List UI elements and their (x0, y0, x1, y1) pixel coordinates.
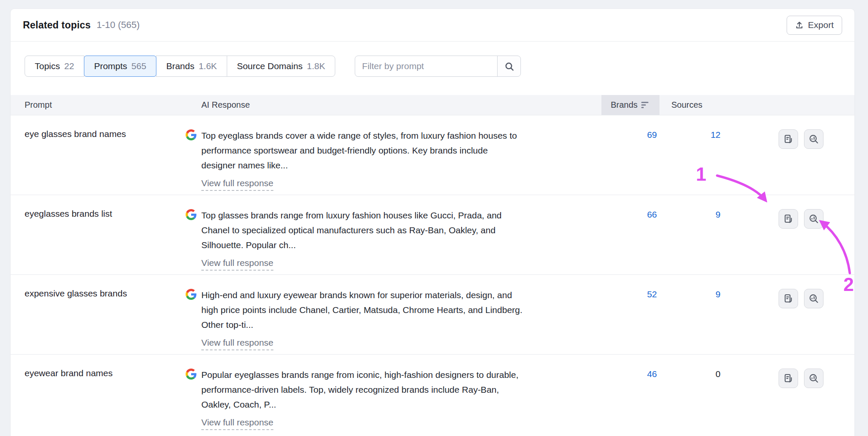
row-actions (727, 195, 854, 274)
brands-count-link[interactable]: 69 (647, 130, 657, 140)
tab-group: Topics 22 Prompts 565 Brands 1.6K Source… (25, 56, 335, 77)
table-row: expensive glasses brands High-end and lu… (11, 274, 854, 354)
tab-count: 1.6K (199, 61, 217, 71)
prompt-cell: expensive glasses brands (11, 275, 186, 354)
report-document-icon (783, 293, 793, 304)
ai-response-cell: Top eyeglass brands cover a wide range o… (186, 115, 601, 195)
response-line: designer names like... (201, 158, 517, 173)
column-label: Brands (611, 100, 637, 110)
view-report-button[interactable] (779, 129, 798, 149)
response-line: Chanel to specialized optical manufactur… (201, 223, 502, 238)
panel-header: Related topics 1-10 (565) Export (11, 9, 854, 42)
brands-count-link[interactable]: 46 (647, 369, 657, 379)
search-icon (505, 62, 514, 71)
response-line: Top glasses brands range from luxury fas… (201, 208, 502, 223)
filter-by-prompt-input[interactable] (355, 56, 498, 77)
view-report-button[interactable] (779, 369, 798, 388)
tab-count: 565 (131, 61, 146, 71)
view-full-response-link[interactable]: View full response (201, 417, 273, 430)
column-header-prompt: Prompt (11, 95, 186, 115)
tab-label: Brands (166, 61, 195, 71)
google-logo-icon (186, 209, 197, 220)
prompt-cell: eyewear brand names (11, 355, 186, 436)
magnifier-chart-icon (809, 293, 819, 304)
tab-brands[interactable]: Brands 1.6K (156, 56, 227, 77)
sources-count-link[interactable]: 12 (711, 130, 721, 140)
tab-source-domains[interactable]: Source Domains 1.8K (227, 56, 335, 77)
view-report-button[interactable] (779, 209, 798, 229)
view-full-response-link[interactable]: View full response (201, 178, 273, 191)
report-document-icon (783, 134, 793, 144)
column-header-sources[interactable]: Sources (659, 95, 727, 115)
sources-count: 0 (715, 369, 721, 379)
toolbar: Topics 22 Prompts 565 Brands 1.6K Source… (11, 56, 854, 77)
column-label: Sources (671, 100, 702, 110)
report-document-icon (783, 214, 793, 224)
column-header-ai-response: AI Response (186, 95, 601, 115)
response-line: Other top-ti... (201, 317, 523, 332)
tab-label: Source Domains (237, 61, 303, 71)
response-line: Popular eyeglasses brands range from ico… (201, 367, 518, 382)
response-line: Top eyeglass brands cover a wide range o… (201, 128, 517, 143)
page-title: Related topics (23, 20, 91, 31)
response-line: performance-driven labels. Top, widely r… (201, 382, 518, 397)
tab-label: Topics (35, 61, 60, 71)
response-line: performance sportswear and budget-friend… (201, 143, 517, 158)
ai-response-cell: Popular eyeglasses brands range from ico… (186, 355, 601, 436)
row-actions (727, 275, 854, 354)
tab-topics[interactable]: Topics 22 (25, 56, 84, 77)
sources-count-link[interactable]: 9 (715, 289, 721, 299)
magnifier-chart-icon (809, 214, 819, 224)
analyze-prompt-button[interactable] (804, 129, 823, 149)
table-row: eyeglasses brands list Top glasses brand… (11, 195, 854, 274)
filter-group (355, 56, 521, 77)
analyze-prompt-button[interactable] (804, 289, 823, 308)
analyze-prompt-button[interactable] (804, 209, 823, 229)
related-topics-panel: Related topics 1-10 (565) Export Topics … (10, 8, 855, 436)
response-line: high price points include Chanel, Cartie… (201, 302, 523, 317)
brands-count-link[interactable]: 52 (647, 289, 657, 299)
response-line: High-end and luxury eyewear brands known… (201, 288, 523, 302)
table-header: Prompt AI Response Brands Sources (11, 95, 854, 115)
export-label: Export (808, 20, 834, 30)
tab-count: 1.8K (307, 61, 325, 71)
prompt-cell: eye glasses brand names (11, 115, 186, 195)
column-header-brands[interactable]: Brands (601, 95, 659, 115)
upload-icon (795, 21, 804, 29)
google-logo-icon (186, 369, 197, 380)
view-report-button[interactable] (779, 289, 798, 308)
ai-response-cell: High-end and luxury eyewear brands known… (186, 275, 601, 354)
export-button[interactable]: Export (787, 16, 842, 35)
tab-count: 22 (64, 61, 74, 71)
magnifier-chart-icon (809, 134, 819, 144)
google-logo-icon (186, 129, 197, 140)
row-actions (727, 355, 854, 436)
row-actions (727, 115, 854, 195)
view-full-response-link[interactable]: View full response (201, 338, 273, 350)
analyze-prompt-button[interactable] (804, 369, 823, 388)
search-button[interactable] (497, 56, 521, 77)
sources-count-link[interactable]: 9 (715, 210, 721, 219)
result-range: 1-10 (565) (97, 20, 140, 31)
tab-label: Prompts (94, 61, 127, 71)
column-header-actions (727, 95, 854, 115)
brands-count-link[interactable]: 66 (647, 210, 657, 219)
response-line: Oakley, Coach, P... (201, 397, 518, 412)
magnifier-chart-icon (809, 373, 819, 383)
report-document-icon (783, 373, 793, 383)
view-full-response-link[interactable]: View full response (201, 258, 273, 271)
response-line: Silhouette. Popular ch... (201, 238, 502, 252)
table-row: eyewear brand names Popular eyeglasses b… (11, 354, 854, 436)
tab-prompts[interactable]: Prompts 565 (84, 56, 156, 77)
google-logo-icon (186, 289, 197, 300)
sort-descending-icon (641, 102, 648, 108)
prompt-cell: eyeglasses brands list (11, 195, 186, 274)
ai-response-cell: Top glasses brands range from luxury fas… (186, 195, 601, 274)
prompts-table: Prompt AI Response Brands Sources eye gl… (11, 95, 854, 436)
table-row: eye glasses brand names Top eyeglass bra… (11, 115, 854, 195)
